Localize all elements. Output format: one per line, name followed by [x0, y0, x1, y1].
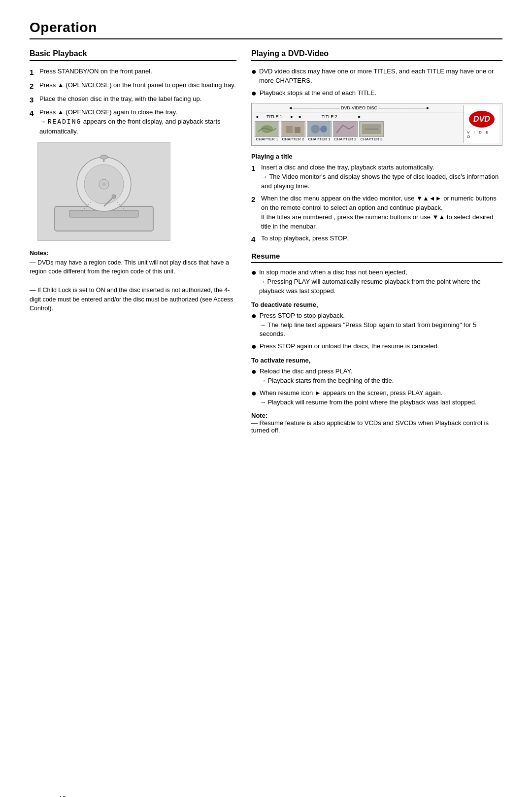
step-3-text: Place the chosen disc in the tray, with …	[39, 95, 201, 105]
play-step-2: 2 When the disc menu appear on the video…	[251, 194, 502, 231]
dvd-bullet-2-text: Playback stops at the end of each TITLE.	[260, 89, 377, 98]
step-2-num: 2	[30, 81, 36, 92]
resume-bullet-icon-1: ●	[251, 268, 256, 278]
step-4: 4 Press ▲ (OPEN/CLOSE) again to close th…	[30, 108, 236, 136]
step-2-text: Press ▲ (OPEN/CLOSE) on the front panel …	[39, 81, 236, 92]
svg-point-19	[320, 126, 327, 133]
activate-bullet-icon-2: ●	[251, 389, 257, 398]
svg-rect-16	[295, 127, 300, 133]
step-1-num: 1	[30, 67, 36, 78]
page-title: Operation	[30, 20, 502, 35]
chap-img-5	[360, 122, 383, 136]
play-step-4-text: To stop playback, press STOP.	[261, 234, 348, 245]
dvd-disc-diagram: ◄─────────────── DVD-VIDEO DISC ────────…	[251, 103, 502, 146]
chap-label-3: CHAPTER 1	[308, 137, 331, 141]
main-content: Basic Playback 1 Press STANDBY/ON on the…	[30, 49, 502, 434]
deactivate-bullet-1-text: Press STOP to stop playback. → The help …	[260, 311, 502, 339]
note-1: — DVDs may have a region code. This unit…	[30, 259, 229, 275]
play-step-4-num: 4	[251, 234, 258, 245]
chap-img-3	[308, 122, 331, 136]
title2-arrow: ◄────── TITLE 2 ──────►	[297, 114, 362, 119]
dvd-chapters: CHAPTER 1 CHAPTER 2	[255, 121, 464, 141]
chap-img-2	[282, 122, 304, 136]
svg-rect-15	[286, 126, 293, 133]
chapter-1: CHAPTER 1	[255, 121, 279, 141]
dvd-logo: DVD V I D E O	[464, 105, 499, 143]
activate-bullet-2-text: When resume icon ► appears on the screen…	[260, 389, 477, 407]
playing-title-steps: 1 Insert a disc and close the tray, play…	[251, 163, 502, 245]
dvd-bullet-1-text: DVD video discs may have one or more TIT…	[259, 67, 502, 86]
deactivate-bullet-icon-1: ●	[251, 311, 257, 321]
deactivate-bullet-2-text: Press STOP again or unload the discs, th…	[260, 342, 439, 351]
chapter-2: CHAPTER 2	[281, 121, 305, 141]
notes-section: Notes: — DVDs may have a region code. Th…	[30, 249, 236, 313]
svg-rect-20	[334, 122, 357, 136]
chap-label-2: CHAPTER 2	[282, 137, 304, 141]
play-step-2-num: 2	[251, 194, 258, 231]
activate-bullet-2: ● When resume icon ► appears on the scre…	[251, 389, 502, 407]
play-step-1-text: Insert a disc and close the tray, playba…	[261, 163, 502, 191]
chap-thumb-5	[359, 121, 384, 137]
step-3: 3 Place the chosen disc in the tray, wit…	[30, 95, 236, 105]
chapter-4: CHAPTER 2	[333, 121, 358, 141]
step-1-text: Press STANDBY/ON on the front panel.	[39, 67, 152, 78]
chap-label-1: CHAPTER 1	[256, 137, 278, 141]
play-step-2-text: When the disc menu appear on the video m…	[261, 194, 502, 231]
chap-thumb-3	[307, 121, 332, 137]
step-3-num: 3	[30, 95, 36, 105]
resume-section: Resume ● In stop mode and when a disc ha…	[251, 252, 502, 434]
resume-note: Note: — Resume feature is also applicabl…	[251, 412, 502, 434]
play-step-1: 1 Insert a disc and close the tray, play…	[251, 163, 502, 191]
resume-bullet-1: ● In stop mode and when a disc has not b…	[251, 268, 502, 296]
chap-label-4: CHAPTER 2	[334, 137, 357, 141]
dvd-bullet-1: ● DVD video discs may have one or more T…	[251, 67, 502, 86]
activate-bullet-1-text: Reload the disc and press PLAY. → Playba…	[260, 367, 394, 386]
dvd-diagram-titles-row: ◄── TITLE 1 ──► ◄────── TITLE 2 ──────►	[255, 114, 464, 119]
resume-bullet-1-text: In stop mode and when a disc has not bee…	[259, 268, 502, 296]
chap-thumb-2	[281, 121, 305, 137]
dvd-video-sub: V I D E O	[467, 130, 496, 139]
dvd-disc-label: ◄─────────────── DVD-VIDEO DISC ────────…	[288, 105, 430, 110]
dvd-logo-svg: DVD	[468, 110, 495, 129]
dvd-bullet-2: ● Playback stops at the end of each TITL…	[251, 89, 502, 99]
chapter-5: CHAPTER 3	[359, 121, 384, 141]
basic-playback-steps: 1 Press STANDBY/ON on the front panel. 2…	[30, 67, 236, 136]
dvd-intro-bullets: ● DVD video discs may have one or more T…	[251, 67, 502, 98]
chap-thumb-4	[333, 121, 358, 137]
deactivate-bullet-icon-2: ●	[251, 342, 257, 352]
svg-point-5	[102, 182, 106, 186]
bullet-icon-2: ●	[251, 89, 257, 99]
svg-point-7	[100, 155, 108, 159]
svg-point-9	[112, 195, 116, 199]
notes-heading: Notes:	[30, 250, 49, 257]
dvd-diagram-header: ◄─────────────── DVD-VIDEO DISC ────────…	[255, 105, 464, 112]
activate-bullet-1: ● Reload the disc and press PLAY. → Play…	[251, 367, 502, 386]
svg-point-13	[261, 125, 273, 133]
right-column: Playing a DVD-Video ● DVD video discs ma…	[251, 49, 502, 434]
play-step-4: 4 To stop playback, press STOP.	[251, 234, 502, 245]
dvd-logo-box: ◄─────────────── DVD-VIDEO DISC ────────…	[255, 105, 499, 143]
step-4-text: Press ▲ (OPEN/CLOSE) again to close the …	[39, 108, 236, 136]
chap-img-4	[334, 122, 357, 136]
basic-playback-title: Basic Playback	[30, 49, 236, 61]
chap-img-1	[256, 122, 278, 136]
svg-text:DVD: DVD	[473, 115, 490, 123]
disc-player-illustration	[37, 142, 170, 241]
resume-heading: Resume	[251, 252, 502, 263]
step-1: 1 Press STANDBY/ON on the front panel.	[30, 67, 236, 78]
svg-rect-14	[282, 122, 304, 136]
title1-arrow: ◄── TITLE 1 ──►	[255, 114, 294, 119]
deactivate-bullets: ● Press STOP to stop playback. → The hel…	[251, 311, 502, 352]
note-2: — If Child Lock is set to ON and the dis…	[30, 287, 233, 312]
left-column: Basic Playback 1 Press STANDBY/ON on the…	[30, 49, 236, 313]
resume-note-text: — Resume feature is also applicable to V…	[251, 419, 489, 434]
playing-title-heading: Playing a title	[251, 153, 502, 160]
resume-note-heading: Note:	[251, 412, 267, 419]
deactivate-resume-heading: To deactivate resume,	[251, 301, 502, 308]
bullet-icon-1: ●	[251, 67, 256, 77]
svg-point-18	[311, 125, 320, 133]
deactivate-bullet-1: ● Press STOP to stop playback. → The hel…	[251, 311, 502, 339]
chap-label-5: CHAPTER 3	[361, 137, 383, 141]
activate-bullets: ● Reload the disc and press PLAY. → Play…	[251, 367, 502, 407]
deactivate-bullet-2: ● Press STOP again or unload the discs, …	[251, 342, 502, 352]
